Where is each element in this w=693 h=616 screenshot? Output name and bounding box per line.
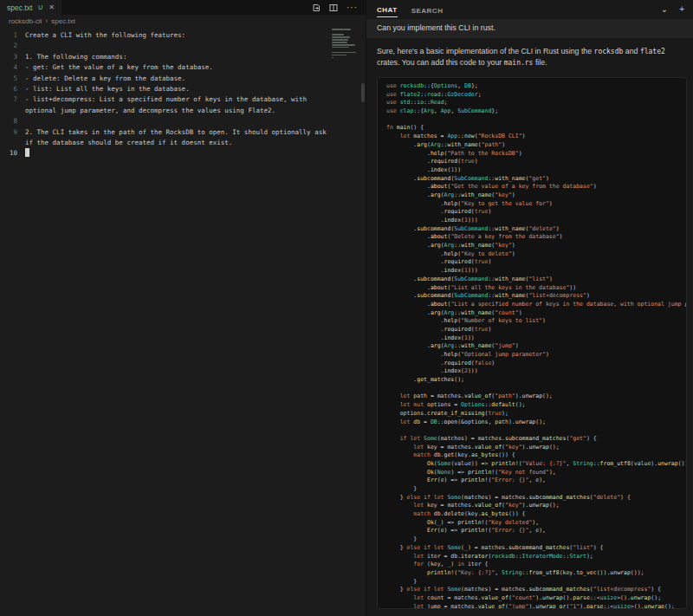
more-actions-icon[interactable]: ··· xyxy=(346,4,358,11)
code-line: .help("Key to delete") xyxy=(386,250,686,259)
line-number xyxy=(0,138,17,148)
code-line: for (key, _) in iter { xyxy=(386,561,686,569)
code-line xyxy=(386,385,686,393)
editor-line[interactable]: 5- delete: Delete a key from the databas… xyxy=(0,74,366,84)
message-text: crates. You can add this code to your xyxy=(377,58,504,67)
code-line: Err(e) => println!("Error: {}", e), xyxy=(386,477,686,485)
code-line: let mut options = Options::default(); xyxy=(386,401,686,410)
code-line: } else if let Some(matches) = matches.su… xyxy=(386,586,686,594)
line-text xyxy=(25,148,29,159)
new-chat-icon[interactable]: + xyxy=(679,5,684,14)
editor-line[interactable]: 2 xyxy=(0,41,366,51)
code-line: } xyxy=(386,578,686,587)
code-line: .index(1))) xyxy=(386,267,686,276)
code-line: .subcommand(SubCommand::with_name("get") xyxy=(386,175,686,184)
code-line: use std::io::Read; xyxy=(386,99,686,107)
code-line: .about("Get the value of a key from the … xyxy=(386,183,686,191)
code-line: .arg(Arg::with_name("count") xyxy=(386,309,686,318)
tab-chat[interactable]: CHAT xyxy=(377,2,398,17)
code-line: match db.delete(key.as_bytes()) { xyxy=(386,510,686,519)
line-number xyxy=(0,106,17,116)
code-line: Ok(None) => println!("Key not found"), xyxy=(386,469,686,477)
line-text: if the database should be created if it … xyxy=(25,138,232,148)
close-icon[interactable]: ✕ xyxy=(49,3,55,11)
editor-line[interactable]: 8 xyxy=(0,116,366,126)
chat-panel: CHAT SEARCH ⌄ + Can you implement this C… xyxy=(366,0,693,616)
editor-line[interactable]: 4- get: Get the value of a key from the … xyxy=(0,62,366,73)
code-block[interactable]: use rocksdb::{Options, DB};use flate2::r… xyxy=(377,77,687,609)
assistant-message: Sure, here's a basic implementation of t… xyxy=(366,38,693,616)
editor-line[interactable]: optional jump parameter, and decompress … xyxy=(0,106,366,116)
code-line: let jump = matches.value_of("jump").unwr… xyxy=(386,603,686,609)
minimap-line xyxy=(332,52,356,54)
code-line: match db.get(key.as_bytes()) { xyxy=(386,451,686,460)
minimap[interactable] xyxy=(332,29,363,60)
code-line: .help("Path to the RocksDB") xyxy=(386,150,686,159)
code-line: .index(1)) xyxy=(386,334,686,343)
code-line: .about("Delete a key from the database") xyxy=(386,233,686,242)
editor-pane: spec.txt U ✕ ··· rocksdb-cli xyxy=(0,0,366,616)
editor-line[interactable]: 6- list: List all the keys in the databa… xyxy=(0,84,366,94)
code-line: .required(true) xyxy=(386,326,686,334)
code-line: let matches = App::new("RocksDB CLI") xyxy=(386,133,686,141)
code-line: let key = matches.value_of("key").unwrap… xyxy=(386,502,686,510)
line-text: - list+decompress: List a specified numb… xyxy=(25,94,307,105)
breadcrumb-folder[interactable]: rocksdb-cli xyxy=(9,17,42,25)
code-line: .index(1))) xyxy=(386,217,686,225)
breadcrumb-file[interactable]: spec.txt xyxy=(51,17,75,25)
minimap-line xyxy=(332,44,355,46)
editor-content[interactable]: 1Create a CLI with the following feature… xyxy=(0,27,366,159)
code-line: .required(true) xyxy=(386,258,686,267)
scrollbar-thumb[interactable] xyxy=(361,83,365,102)
minimap-line xyxy=(332,47,349,49)
code-line: let iter = db.iterator(rocksdb::Iterator… xyxy=(386,553,686,561)
line-text: Create a CLI with the following features… xyxy=(25,30,185,41)
code-line: .arg(Arg::with_name("key") xyxy=(386,242,686,250)
chevron-down-icon[interactable]: ⌄ xyxy=(661,5,668,14)
editor-line[interactable]: 92. The CLI takes in the path of the Roc… xyxy=(0,127,366,138)
untracked-badge: U xyxy=(38,4,42,10)
editor-line[interactable]: if the database should be created if it … xyxy=(0,138,366,148)
code-line: } else if let Some(matches) = matches.su… xyxy=(386,494,686,503)
minimap-line xyxy=(332,42,347,43)
split-editor-icon[interactable] xyxy=(329,3,338,12)
inline-code: flate2 xyxy=(640,48,665,55)
line-text: - get: Get the value of a key from the d… xyxy=(25,62,213,73)
code-line: use rocksdb::{Options, DB}; xyxy=(386,82,686,91)
breadcrumb[interactable]: rocksdb-cli › spec.txt xyxy=(0,15,366,27)
code-line xyxy=(386,116,686,125)
code-line: .arg(Arg::with_name("path") xyxy=(386,141,686,150)
assistant-message-text: Sure, here's a basic implementation of t… xyxy=(377,46,682,68)
code-line: .required(true) xyxy=(386,208,686,217)
editor-tab-bar: spec.txt U ✕ ··· xyxy=(0,0,366,15)
line-number: 3 xyxy=(0,52,17,62)
line-number: 5 xyxy=(0,74,17,84)
minimap-line xyxy=(332,36,350,38)
code-line: .help("Number of keys to list") xyxy=(386,317,686,326)
code-line: println!("Key: {:?}", String::from_utf8(… xyxy=(386,569,686,578)
code-line: let count = matches.value_of("count").un… xyxy=(386,594,686,603)
line-text: - list: List all the keys in the databas… xyxy=(25,84,190,94)
line-number: 8 xyxy=(0,116,17,126)
editor-line[interactable]: 1Create a CLI with the following feature… xyxy=(0,30,366,41)
code-line: .arg(Arg::with_name("jump") xyxy=(386,342,686,351)
tab-filename: spec.txt xyxy=(7,3,32,12)
code-line: let key = matches.value_of("key").unwrap… xyxy=(386,444,686,452)
chat-panel-header: CHAT SEARCH ⌄ + xyxy=(366,0,693,19)
code-line: options.create_if_missing(true); xyxy=(386,410,686,418)
line-number: 4 xyxy=(0,62,17,73)
code-line: .about("List all the keys in the databas… xyxy=(386,284,686,293)
tab-spec-txt[interactable]: spec.txt U ✕ xyxy=(0,0,62,15)
editor-line[interactable]: 10 xyxy=(0,148,366,159)
line-number: 10 xyxy=(0,148,17,159)
line-number: 1 xyxy=(0,30,17,41)
editor-line[interactable]: 31. The following commands: xyxy=(0,52,366,62)
line-text: - delete: Delete a key from the database… xyxy=(25,74,185,84)
editor-line[interactable]: 7- list+decompress: List a specified num… xyxy=(0,94,366,105)
tab-search[interactable]: SEARCH xyxy=(411,3,444,17)
code-line: } xyxy=(386,535,686,544)
open-changes-icon[interactable] xyxy=(312,3,321,12)
code-line: let db = DB::open(&options, path).unwrap… xyxy=(386,418,686,427)
minimap-line xyxy=(332,55,346,56)
code-line: .index(2))) xyxy=(386,367,686,376)
